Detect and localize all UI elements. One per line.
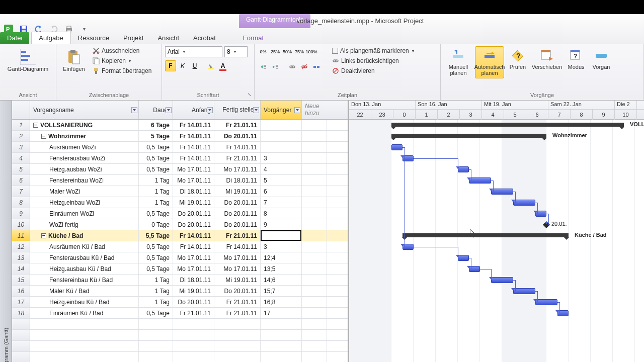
table-row-empty[interactable] xyxy=(12,319,348,330)
table-row[interactable]: 11−Küche / Bad5,5 TageFr 14.01.11Fr 21.0… xyxy=(12,230,348,241)
cell-fertig[interactable]: Mo 17.01.11 xyxy=(214,263,261,274)
table-row[interactable]: 14Heizg.ausbau Kü / Bad0,5 TageMo 17.01.… xyxy=(12,263,348,275)
verschieben-button[interactable]: Verschieben xyxy=(531,46,562,72)
cell-anfang[interactable]: Mo 17.01.11 xyxy=(173,175,214,186)
cell-pred[interactable] xyxy=(261,131,302,141)
summary-bar[interactable] xyxy=(391,134,546,138)
table-row[interactable]: 13Fensterausbau Kü / Bad0,5 TageMo 17.01… xyxy=(12,252,348,263)
cell-fertig[interactable]: Do 20.01.11 xyxy=(214,197,261,208)
cell-name[interactable]: Fensterausbau Kü / Bad xyxy=(30,252,139,263)
task-bar[interactable] xyxy=(513,288,535,294)
font-family-combo[interactable]: Arial xyxy=(165,46,222,57)
cell-neue[interactable] xyxy=(302,164,327,174)
indent-button[interactable] xyxy=(270,61,281,72)
table-row-empty[interactable] xyxy=(12,352,348,362)
cell-neue[interactable] xyxy=(302,142,327,152)
table-row[interactable]: 8Heizg.einbau WoZi1 TagMi 19.01.11Do 20.… xyxy=(12,197,348,208)
task-bar[interactable] xyxy=(535,299,557,305)
cell-anfang[interactable]: Di 18.01.11 xyxy=(173,275,214,285)
bold-button[interactable]: F xyxy=(165,60,176,71)
tab-acrobat[interactable]: Acrobat xyxy=(186,32,223,44)
link-tasks-button[interactable] xyxy=(287,61,298,72)
cell-fertig[interactable]: Do 20.01.11 xyxy=(214,131,261,141)
dropdown-icon[interactable] xyxy=(131,107,137,113)
col-vorgangsname[interactable]: Vorgangsname xyxy=(30,101,139,119)
row-number[interactable]: 14 xyxy=(12,263,30,274)
cell-neue[interactable] xyxy=(302,219,327,230)
cell-dauer[interactable]: 5 Tage xyxy=(139,131,173,141)
row-number[interactable]: 2 xyxy=(12,131,30,141)
deaktivieren-button[interactable]: Deaktivieren xyxy=(330,66,416,75)
row-number[interactable]: 13 xyxy=(12,252,30,263)
cell-pred[interactable]: 3 xyxy=(261,153,302,163)
table-row[interactable]: 17Heizg.einbau Kü / Bad1 TagDo 20.01.11F… xyxy=(12,297,348,308)
modus-button[interactable]: ? Modus xyxy=(565,46,588,72)
summary-bar[interactable] xyxy=(403,233,569,237)
cell-anfang[interactable]: Mo 17.01.11 xyxy=(173,164,214,174)
cell-neue[interactable] xyxy=(302,286,327,296)
gantt-diagramm-button[interactable]: Gantt-Diagramm xyxy=(3,46,53,74)
italic-button[interactable]: K xyxy=(177,60,188,71)
progress-75-button[interactable]: 75% xyxy=(294,46,305,57)
cell-name[interactable]: WoZi fertig xyxy=(30,219,139,230)
cell-neue[interactable] xyxy=(302,197,327,208)
font-color-button[interactable]: A xyxy=(217,60,228,71)
cell-pred[interactable]: 8 xyxy=(261,208,302,219)
cell-name[interactable]: Maler Kü / Bad xyxy=(30,286,139,296)
cell-fertig[interactable]: Fr 14.01.11 xyxy=(214,241,261,252)
cell-dauer[interactable]: 0,5 Tage xyxy=(139,308,173,318)
cell-pred[interactable]: 15;7 xyxy=(261,286,302,296)
col-anfang[interactable]: Anfang xyxy=(173,101,214,119)
links-beruecksichtigen-button[interactable]: Links berücksichtigen xyxy=(330,56,416,65)
cell-anfang[interactable]: Mi 19.01.11 xyxy=(173,197,214,208)
cell-name[interactable]: Fensterausbau WoZi xyxy=(30,153,139,163)
cell-dauer[interactable]: 5,5 Tage xyxy=(139,230,173,241)
row-number[interactable]: 10 xyxy=(12,219,30,230)
cell-fertig[interactable]: Mi 19.01.11 xyxy=(214,186,261,197)
cell-dauer[interactable]: 1 Tag xyxy=(139,286,173,296)
table-row-empty[interactable] xyxy=(12,330,348,341)
table-row[interactable]: 6Fenstereinbau WoZi1 TagMo 17.01.11Di 18… xyxy=(12,175,348,186)
cell-dauer[interactable]: 1 Tag xyxy=(139,275,173,285)
cell-fertig[interactable]: Mo 17.01.11 xyxy=(214,252,261,263)
row-number[interactable]: 17 xyxy=(12,297,30,307)
row-number[interactable]: 9 xyxy=(12,208,30,219)
tab-aufgabe[interactable]: Aufgabe xyxy=(31,32,70,44)
col-fertig[interactable]: Fertig stellen xyxy=(214,101,261,119)
cell-dauer[interactable]: 1 Tag xyxy=(139,197,173,208)
cell-fertig[interactable]: Do 20.01.11 xyxy=(214,286,261,296)
cell-name[interactable]: Einräumen Kü / Bad xyxy=(30,308,139,318)
dropdown-icon[interactable] xyxy=(294,107,300,113)
col-dauer[interactable]: Dauer xyxy=(139,101,173,119)
cell-pred[interactable]: 9 xyxy=(261,219,302,230)
table-row[interactable]: 2−Wohnzimmer5 TageFr 14.01.11Do 20.01.11 xyxy=(12,131,348,142)
cell-neue[interactable] xyxy=(302,153,327,163)
cell-fertig[interactable]: Fr 21.01.11 xyxy=(214,153,261,163)
col-vorgaenger[interactable]: Vorgänger xyxy=(261,101,302,119)
kopieren-button[interactable]: Kopieren▾ xyxy=(91,56,153,65)
tab-format[interactable]: Format xyxy=(236,32,271,44)
cell-fertig[interactable]: Fr 21.01.11 xyxy=(214,308,261,318)
task-bar[interactable] xyxy=(391,144,403,150)
cell-name[interactable]: Heizg.einbau Kü / Bad xyxy=(30,297,139,307)
cell-anfang[interactable]: Fr 21.01.11 xyxy=(173,308,214,318)
cell-pred[interactable]: 6 xyxy=(261,186,302,197)
cell-anfang[interactable]: Fr 14.01.11 xyxy=(173,153,214,163)
cell-anfang[interactable]: Do 20.01.11 xyxy=(173,219,214,230)
vorgang-button[interactable]: Vorgan xyxy=(590,46,613,72)
row-number[interactable]: 11 xyxy=(12,230,30,241)
cell-fertig[interactable]: Di 18.01.11 xyxy=(214,175,261,186)
cell-fertig[interactable]: Mo 17.01.11 xyxy=(214,164,261,174)
fill-color-button[interactable] xyxy=(205,60,216,71)
progress-50-button[interactable]: 50% xyxy=(282,46,293,57)
view-strip[interactable]: alkendiagramm (Gantt) xyxy=(0,101,12,362)
cell-dauer[interactable]: 0 Tage xyxy=(139,219,173,230)
progress-100-button[interactable]: 100% xyxy=(306,46,317,57)
cell-dauer[interactable]: 0,5 Tage xyxy=(139,252,173,263)
row-number[interactable]: 8 xyxy=(12,197,30,208)
row-number[interactable]: 16 xyxy=(12,286,30,296)
cell-anfang[interactable]: Fr 14.01.11 xyxy=(173,230,214,241)
cell-name[interactable]: Einräumen WoZi xyxy=(30,208,139,219)
outdent-button[interactable] xyxy=(258,61,269,72)
row-number[interactable]: 3 xyxy=(12,142,30,152)
